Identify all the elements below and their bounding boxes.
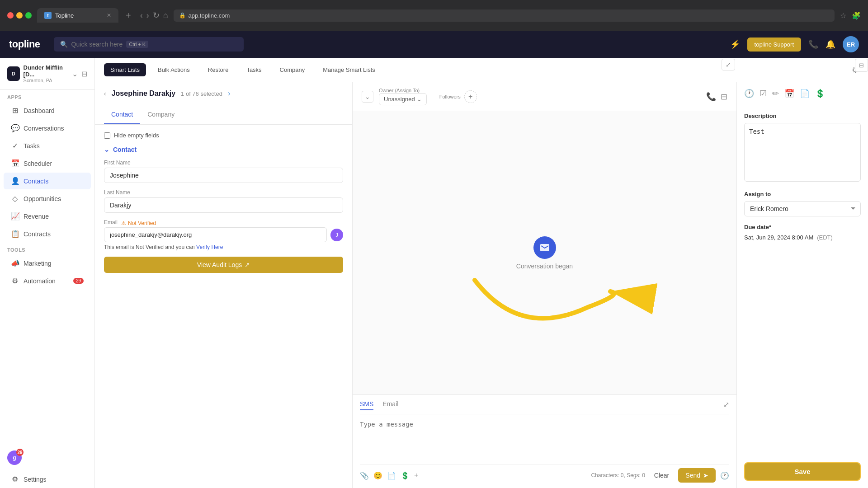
automation-badge: 29 xyxy=(73,278,84,284)
composer-tab-email[interactable]: Email xyxy=(382,400,398,410)
save-button[interactable]: Save xyxy=(744,462,861,481)
extensions-icon[interactable]: 🧩 xyxy=(852,11,861,20)
hide-empty-row: Hide empty fields xyxy=(104,132,343,139)
sidebar-toggle-icon[interactable]: ⊟ xyxy=(81,70,87,78)
manage-smart-lists-btn[interactable]: Manage Smart Lists xyxy=(316,63,382,76)
due-date-tz: (EDT) xyxy=(817,234,833,241)
rp-document-icon[interactable]: 📄 xyxy=(800,89,810,99)
composer-expand-icon[interactable]: ⤢ xyxy=(723,400,729,410)
tab-contact[interactable]: Contact xyxy=(104,105,140,124)
not-verified-badge: ⚠ Not Verified xyxy=(121,220,156,226)
owner-label: Owner (Assign To) Unassigned ⌄ xyxy=(379,88,427,105)
email-label: Email xyxy=(104,219,118,225)
company-selector[interactable]: D Dunder Mifflin [D... Scranton, PA ⌄ ⊟ xyxy=(0,58,94,90)
user-badge: 29 xyxy=(16,449,24,456)
rp-edit-icon[interactable]: ✏ xyxy=(772,89,779,99)
emoji-icon[interactable]: 😊 xyxy=(373,471,382,480)
notification-bell-icon[interactable]: 🔔 xyxy=(826,39,835,49)
user-profile-item[interactable]: g 29 xyxy=(0,445,94,470)
phone-call-icon[interactable]: 📞 xyxy=(706,92,716,102)
sidebar-item-scheduler[interactable]: 📅 Scheduler xyxy=(4,155,91,172)
rp-calendar-icon[interactable]: 📅 xyxy=(784,89,794,99)
support-button[interactable]: topline Support xyxy=(747,38,801,52)
audit-logs-btn[interactable]: View Audit Logs ↗ xyxy=(104,257,343,273)
verify-here-link[interactable]: Verify Here xyxy=(196,244,223,250)
company-btn[interactable]: Company xyxy=(274,63,311,76)
message-textarea[interactable] xyxy=(360,418,729,459)
right-panel-icons: 🕐 ☑ ✏ 📅 📄 💲 xyxy=(737,82,868,105)
owner-select[interactable]: Unassigned ⌄ xyxy=(379,93,427,105)
address-text: app.topline.com xyxy=(189,12,230,19)
composer-tab-sms[interactable]: SMS xyxy=(360,400,373,410)
followers-section: Followers + xyxy=(439,90,477,103)
email-input[interactable] xyxy=(104,227,327,242)
last-name-label: Last Name xyxy=(104,189,343,196)
sidebar-label-scheduler: Scheduler xyxy=(24,160,52,167)
sidebar-item-dashboard[interactable]: ⊞ Dashboard xyxy=(4,102,91,119)
add-follower-btn[interactable]: + xyxy=(464,90,477,103)
sidebar-label-revenue: Revenue xyxy=(24,213,49,220)
first-name-input[interactable] xyxy=(104,168,343,183)
schedule-icon[interactable]: 🕐 xyxy=(720,471,729,480)
close-dot[interactable] xyxy=(7,12,14,19)
description-textarea[interactable]: Test xyxy=(744,123,861,182)
user-avatar[interactable]: ER xyxy=(843,36,859,52)
hide-empty-checkbox[interactable] xyxy=(104,132,110,139)
browser-tab[interactable]: t Topline ✕ xyxy=(37,8,118,23)
home-btn[interactable]: ⌂ xyxy=(163,11,168,20)
address-bar[interactable]: 🔒 app.topline.com xyxy=(174,9,835,22)
smart-lists-btn[interactable]: Smart Lists xyxy=(104,63,146,76)
fullscreen-dot[interactable] xyxy=(25,12,32,19)
more-icon[interactable]: + xyxy=(414,471,418,479)
contact-section-header[interactable]: ⌄ Contact xyxy=(104,146,343,153)
filter-icon[interactable]: ⊟ xyxy=(721,92,727,102)
tab-close-btn[interactable]: ✕ xyxy=(107,12,111,19)
forward-btn[interactable]: › xyxy=(146,11,149,20)
restore-btn[interactable]: Restore xyxy=(202,63,235,76)
bulk-actions-btn[interactable]: Bulk Actions xyxy=(151,63,196,76)
marketing-icon: 📣 xyxy=(11,259,19,267)
contact-next-btn[interactable]: › xyxy=(228,89,230,98)
dashboard-icon: ⊞ xyxy=(11,106,19,115)
warning-icon: ⚠ xyxy=(121,220,126,226)
last-name-input[interactable] xyxy=(104,197,343,213)
bookmark-icon[interactable]: ☆ xyxy=(840,11,846,20)
rp-task-icon[interactable]: ☑ xyxy=(760,89,767,99)
browser-actions: ☆ 🧩 xyxy=(840,11,861,20)
tab-company[interactable]: Company xyxy=(140,105,182,124)
back-btn[interactable]: ‹ xyxy=(140,11,143,20)
template-icon[interactable]: 📄 xyxy=(387,471,396,480)
contact-form: Hide empty fields ⌄ Contact First Name xyxy=(95,125,352,280)
attachment-icon[interactable]: 📎 xyxy=(360,471,369,480)
payment-icon[interactable]: 💲 xyxy=(401,471,410,480)
company-sub: Scranton, PA xyxy=(24,78,68,83)
sidebar-item-tasks[interactable]: ✓ Tasks xyxy=(4,137,91,154)
send-button[interactable]: Send ➤ xyxy=(678,468,716,483)
search-bar[interactable]: 🔍 Quick search here Ctrl + K xyxy=(54,37,244,52)
conv-header-expand-icon[interactable]: ⌄ xyxy=(362,91,373,103)
lightning-icon[interactable]: ⚡ xyxy=(730,39,740,49)
sidebar-item-conversations[interactable]: 💬 Conversations xyxy=(4,120,91,136)
rp-history-icon[interactable]: 🕐 xyxy=(744,89,754,99)
phone-icon[interactable]: 📞 xyxy=(808,39,818,49)
sidebar-item-contacts[interactable]: 👤 Contacts xyxy=(4,173,91,189)
clear-button[interactable]: Clear xyxy=(650,469,674,482)
sidebar-item-opportunities[interactable]: ◇ Opportunities xyxy=(4,190,91,207)
tasks-btn[interactable]: Tasks xyxy=(240,63,268,76)
owner-section: Owner (Assign To) Unassigned ⌄ xyxy=(379,88,427,105)
sidebar-item-revenue[interactable]: 📈 Revenue xyxy=(4,208,91,225)
rp-dollar-icon[interactable]: 💲 xyxy=(815,89,825,99)
sidebar-item-marketing[interactable]: 📣 Marketing xyxy=(4,255,91,272)
conv-action-icons: 📞 ⊟ xyxy=(706,92,727,102)
tab-favicon: t xyxy=(44,12,52,19)
reload-btn[interactable]: ↻ xyxy=(153,10,160,20)
sidebar-item-settings[interactable]: ⚙ Settings xyxy=(4,471,91,488)
minimize-dot[interactable] xyxy=(16,12,23,19)
new-tab-btn[interactable]: + xyxy=(126,10,131,21)
assign-select[interactable]: Erick Romero xyxy=(744,201,861,216)
contact-back-btn[interactable]: ‹ xyxy=(104,90,106,97)
sidebar-item-contracts[interactable]: 📋 Contracts xyxy=(4,225,91,242)
sidebar-item-automation[interactable]: ⚙ Automation 29 xyxy=(4,272,91,289)
conversations-icon: 💬 xyxy=(11,124,19,132)
last-name-group: Last Name xyxy=(104,189,343,213)
